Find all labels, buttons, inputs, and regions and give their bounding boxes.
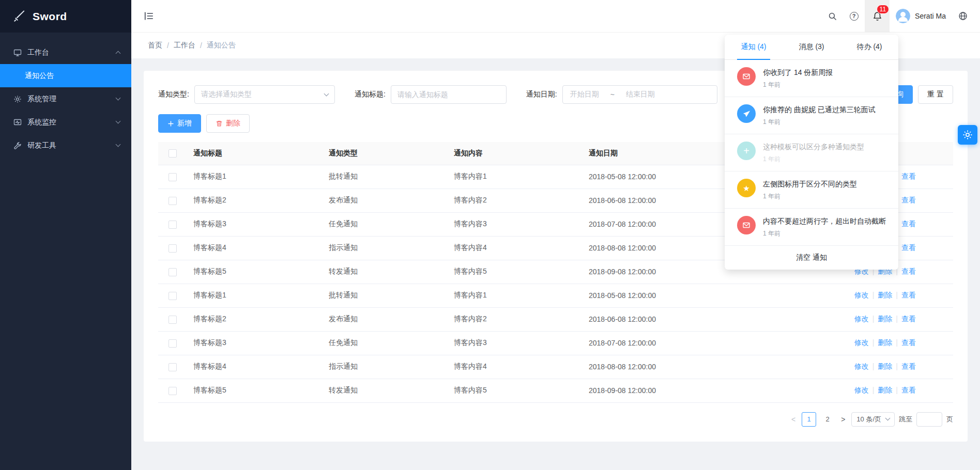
sidebar: Sword 工作台 通知公告 系统管理 <box>0 0 131 470</box>
row-action-delete[interactable]: 删除 <box>878 362 892 370</box>
delete-button[interactable]: 删除 <box>206 114 250 133</box>
row-checkbox[interactable] <box>169 292 177 300</box>
row-checkbox[interactable] <box>169 197 177 205</box>
table-cell: 批转通知 <box>323 284 448 307</box>
row-checkbox[interactable] <box>169 339 177 348</box>
notification-item[interactable]: ★ 左侧图标用于区分不同的类型 1 年前 <box>725 171 898 209</box>
row-action-delete[interactable]: 删除 <box>878 386 892 394</box>
clear-notifications-button[interactable]: 清空 通知 <box>725 246 898 270</box>
sidebar-item-dev-tools[interactable]: 研发工具 <box>0 134 131 157</box>
row-action-view[interactable]: 查看 <box>901 196 916 204</box>
breadcrumb-separator: / <box>167 41 169 50</box>
notification-item[interactable]: 你收到了 14 份新周报 1 年前 <box>725 60 898 97</box>
page-1-button[interactable]: 1 <box>802 412 816 427</box>
row-action-view[interactable]: 查看 <box>901 362 916 370</box>
help-icon[interactable]: ? <box>843 0 865 33</box>
table-cell: 2018-09-08 12:00:00 <box>583 379 805 402</box>
sidebar-item-system-manage[interactable]: 系统管理 <box>0 87 131 111</box>
pagination: < 1 2 > 10 条/页 跳至 页 <box>158 412 953 427</box>
row-actions: 修改|删除|查看 <box>805 284 953 307</box>
notification-badge: 11 <box>877 5 889 14</box>
table-cell: 任免通知 <box>323 331 448 355</box>
table-cell: 2018-08-08 12:00:00 <box>583 355 805 379</box>
breadcrumb-separator: / <box>200 41 202 50</box>
select-all-checkbox[interactable] <box>169 149 177 158</box>
logo[interactable]: Sword <box>0 0 131 33</box>
notification-time: 1 年前 <box>763 229 886 238</box>
tab-notifications[interactable]: 通知 (4) <box>725 35 783 59</box>
row-action-delete[interactable]: 删除 <box>878 315 892 323</box>
row-checkbox[interactable] <box>169 221 177 229</box>
chevron-down-icon <box>116 142 121 147</box>
notification-item[interactable]: 内容不要超过两行字，超出时自动截断 1 年前 <box>725 209 898 246</box>
reset-button[interactable]: 重 置 <box>918 85 953 104</box>
notifications-button[interactable]: 11 <box>865 0 890 33</box>
row-checkbox[interactable] <box>169 387 177 395</box>
sidebar-item-system-monitor[interactable]: 系统监控 <box>0 111 131 134</box>
row-action-view[interactable]: 查看 <box>901 243 916 252</box>
monitor-icon <box>13 49 22 57</box>
title-filter-input[interactable] <box>391 85 507 104</box>
chevron-down-icon <box>885 416 891 421</box>
tab-messages[interactable]: 消息 (3) <box>783 35 840 59</box>
row-checkbox[interactable] <box>169 268 177 276</box>
row-action-view[interactable]: 查看 <box>901 315 916 323</box>
select-placeholder: 请选择通知类型 <box>201 90 252 99</box>
table-cell: 博客标题3 <box>187 331 323 355</box>
breadcrumb-workbench[interactable]: 工作台 <box>174 41 195 50</box>
row-checkbox[interactable] <box>169 173 177 181</box>
table-cell: 博客标题2 <box>187 189 323 212</box>
row-checkbox[interactable] <box>169 363 177 371</box>
row-action-view[interactable]: 查看 <box>901 386 916 394</box>
row-action-delete[interactable]: 删除 <box>878 338 892 347</box>
row-action-edit[interactable]: 修改 <box>854 362 869 370</box>
date-end-placeholder: 结束日期 <box>626 90 655 99</box>
table-cell: 博客内容2 <box>448 189 583 212</box>
search-icon[interactable] <box>821 0 843 33</box>
table-row: 博客标题1批转通知博客内容12018-05-08 12:00:00修改|删除|查… <box>158 284 953 307</box>
table-cell: 2018-06-08 12:00:00 <box>583 307 805 331</box>
sidebar-item-label: 系统监控 <box>27 118 116 127</box>
row-action-edit[interactable]: 修改 <box>854 386 869 394</box>
collapse-sidebar-icon[interactable] <box>144 11 154 21</box>
table-cell: 博客标题1 <box>187 284 323 307</box>
row-checkbox[interactable] <box>169 244 177 253</box>
date-range-picker[interactable]: 开始日期 ~ 结束日期 <box>562 85 717 104</box>
question-mark-glyph: ? <box>850 12 859 21</box>
row-action-edit[interactable]: 修改 <box>854 291 869 299</box>
action-separator: | <box>872 315 875 323</box>
add-button[interactable]: 新增 <box>158 114 201 133</box>
row-action-edit[interactable]: 修改 <box>854 338 869 347</box>
sidebar-item-workbench[interactable]: 工作台 <box>0 41 131 64</box>
breadcrumb-home[interactable]: 首页 <box>148 41 162 50</box>
notification-item[interactable]: + 这种模板可以区分多种通知类型 1 年前 <box>725 134 898 171</box>
type-filter-select[interactable]: 请选择通知类型 <box>194 85 335 104</box>
user-menu[interactable]: Serati Ma <box>890 0 952 33</box>
notification-time: 1 年前 <box>763 118 876 127</box>
language-globe-icon[interactable] <box>952 0 974 33</box>
page-size-select[interactable]: 10 条/页 <box>851 412 895 427</box>
row-action-view[interactable]: 查看 <box>901 291 916 299</box>
row-action-view[interactable]: 查看 <box>901 338 916 347</box>
row-action-delete[interactable]: 删除 <box>878 291 892 299</box>
chevron-down-icon <box>324 91 329 96</box>
next-page-button[interactable]: > <box>839 415 847 424</box>
table-cell: 转发通知 <box>323 379 448 402</box>
row-checkbox[interactable] <box>169 316 177 324</box>
row-action-view[interactable]: 查看 <box>901 267 916 275</box>
table-cell: 指示通知 <box>323 355 448 379</box>
tab-todos[interactable]: 待办 (4) <box>840 35 898 59</box>
prev-page-button[interactable]: < <box>789 415 798 424</box>
row-action-view[interactable]: 查看 <box>901 172 916 180</box>
row-action-view[interactable]: 查看 <box>901 220 916 228</box>
page-2-button[interactable]: 2 <box>820 412 835 427</box>
type-filter-label: 通知类型: <box>158 90 189 99</box>
row-action-edit[interactable]: 修改 <box>854 315 869 323</box>
gear-icon <box>13 95 22 103</box>
notification-item[interactable]: 你推荐的 曲妮妮 已通过第三轮面试 1 年前 <box>725 97 898 134</box>
sidebar-item-notice[interactable]: 通知公告 <box>0 64 131 87</box>
settings-float-button[interactable] <box>958 125 977 145</box>
action-separator: | <box>896 338 898 347</box>
top-header: ? 11 Serati Ma <box>131 0 980 33</box>
jump-page-input[interactable] <box>916 412 942 427</box>
